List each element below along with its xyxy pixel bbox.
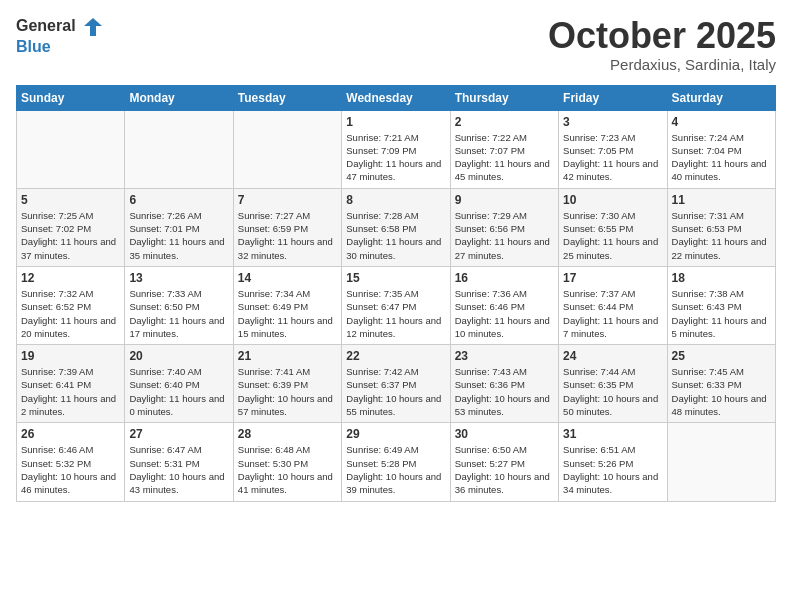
table-row: 5Sunrise: 7:25 AM Sunset: 7:02 PM Daylig… [17, 188, 125, 266]
day-info: Sunrise: 7:22 AM Sunset: 7:07 PM Dayligh… [455, 131, 554, 184]
day-info: Sunrise: 7:29 AM Sunset: 6:56 PM Dayligh… [455, 209, 554, 262]
table-row: 16Sunrise: 7:36 AM Sunset: 6:46 PM Dayli… [450, 266, 558, 344]
day-info: Sunrise: 7:32 AM Sunset: 6:52 PM Dayligh… [21, 287, 120, 340]
calendar-table: Sunday Monday Tuesday Wednesday Thursday… [16, 85, 776, 502]
calendar-week-row: 12Sunrise: 7:32 AM Sunset: 6:52 PM Dayli… [17, 266, 776, 344]
table-row: 30Sunrise: 6:50 AM Sunset: 5:27 PM Dayli… [450, 423, 558, 501]
day-number: 23 [455, 349, 554, 363]
day-number: 9 [455, 193, 554, 207]
day-info: Sunrise: 7:38 AM Sunset: 6:43 PM Dayligh… [672, 287, 771, 340]
svg-marker-0 [84, 18, 102, 36]
table-row: 12Sunrise: 7:32 AM Sunset: 6:52 PM Dayli… [17, 266, 125, 344]
table-row: 7Sunrise: 7:27 AM Sunset: 6:59 PM Daylig… [233, 188, 341, 266]
table-row: 29Sunrise: 6:49 AM Sunset: 5:28 PM Dayli… [342, 423, 450, 501]
day-number: 14 [238, 271, 337, 285]
day-number: 15 [346, 271, 445, 285]
table-row: 8Sunrise: 7:28 AM Sunset: 6:58 PM Daylig… [342, 188, 450, 266]
logo: General Blue [16, 16, 104, 56]
logo-general: General [16, 16, 104, 38]
table-row: 20Sunrise: 7:40 AM Sunset: 6:40 PM Dayli… [125, 345, 233, 423]
header-sunday: Sunday [17, 85, 125, 110]
table-row: 4Sunrise: 7:24 AM Sunset: 7:04 PM Daylig… [667, 110, 775, 188]
day-number: 16 [455, 271, 554, 285]
day-number: 28 [238, 427, 337, 441]
title-section: October 2025 Perdaxius, Sardinia, Italy [548, 16, 776, 73]
day-info: Sunrise: 7:21 AM Sunset: 7:09 PM Dayligh… [346, 131, 445, 184]
table-row: 9Sunrise: 7:29 AM Sunset: 6:56 PM Daylig… [450, 188, 558, 266]
header-thursday: Thursday [450, 85, 558, 110]
calendar-page: General Blue October 2025 Perdaxius, Sar… [0, 0, 792, 612]
day-info: Sunrise: 7:25 AM Sunset: 7:02 PM Dayligh… [21, 209, 120, 262]
day-number: 19 [21, 349, 120, 363]
day-number: 5 [21, 193, 120, 207]
table-row: 19Sunrise: 7:39 AM Sunset: 6:41 PM Dayli… [17, 345, 125, 423]
weekday-header-row: Sunday Monday Tuesday Wednesday Thursday… [17, 85, 776, 110]
table-row: 14Sunrise: 7:34 AM Sunset: 6:49 PM Dayli… [233, 266, 341, 344]
day-info: Sunrise: 7:40 AM Sunset: 6:40 PM Dayligh… [129, 365, 228, 418]
calendar-week-row: 19Sunrise: 7:39 AM Sunset: 6:41 PM Dayli… [17, 345, 776, 423]
header: General Blue October 2025 Perdaxius, Sar… [16, 16, 776, 73]
table-row: 10Sunrise: 7:30 AM Sunset: 6:55 PM Dayli… [559, 188, 667, 266]
table-row [233, 110, 341, 188]
day-number: 20 [129, 349, 228, 363]
logo-bird-icon [82, 16, 104, 38]
table-row: 15Sunrise: 7:35 AM Sunset: 6:47 PM Dayli… [342, 266, 450, 344]
day-info: Sunrise: 7:39 AM Sunset: 6:41 PM Dayligh… [21, 365, 120, 418]
day-info: Sunrise: 7:27 AM Sunset: 6:59 PM Dayligh… [238, 209, 337, 262]
calendar-week-row: 1Sunrise: 7:21 AM Sunset: 7:09 PM Daylig… [17, 110, 776, 188]
logo-blue: Blue [16, 38, 104, 56]
day-info: Sunrise: 6:51 AM Sunset: 5:26 PM Dayligh… [563, 443, 662, 496]
table-row: 1Sunrise: 7:21 AM Sunset: 7:09 PM Daylig… [342, 110, 450, 188]
day-number: 7 [238, 193, 337, 207]
table-row: 21Sunrise: 7:41 AM Sunset: 6:39 PM Dayli… [233, 345, 341, 423]
day-info: Sunrise: 7:36 AM Sunset: 6:46 PM Dayligh… [455, 287, 554, 340]
table-row: 18Sunrise: 7:38 AM Sunset: 6:43 PM Dayli… [667, 266, 775, 344]
day-info: Sunrise: 6:47 AM Sunset: 5:31 PM Dayligh… [129, 443, 228, 496]
header-monday: Monday [125, 85, 233, 110]
day-info: Sunrise: 7:26 AM Sunset: 7:01 PM Dayligh… [129, 209, 228, 262]
calendar-week-row: 26Sunrise: 6:46 AM Sunset: 5:32 PM Dayli… [17, 423, 776, 501]
day-info: Sunrise: 7:42 AM Sunset: 6:37 PM Dayligh… [346, 365, 445, 418]
table-row: 26Sunrise: 6:46 AM Sunset: 5:32 PM Dayli… [17, 423, 125, 501]
table-row [667, 423, 775, 501]
table-row: 28Sunrise: 6:48 AM Sunset: 5:30 PM Dayli… [233, 423, 341, 501]
day-info: Sunrise: 7:35 AM Sunset: 6:47 PM Dayligh… [346, 287, 445, 340]
day-info: Sunrise: 6:46 AM Sunset: 5:32 PM Dayligh… [21, 443, 120, 496]
day-info: Sunrise: 7:37 AM Sunset: 6:44 PM Dayligh… [563, 287, 662, 340]
day-number: 31 [563, 427, 662, 441]
header-tuesday: Tuesday [233, 85, 341, 110]
day-info: Sunrise: 6:48 AM Sunset: 5:30 PM Dayligh… [238, 443, 337, 496]
day-info: Sunrise: 7:24 AM Sunset: 7:04 PM Dayligh… [672, 131, 771, 184]
day-number: 26 [21, 427, 120, 441]
day-number: 27 [129, 427, 228, 441]
day-number: 30 [455, 427, 554, 441]
table-row: 2Sunrise: 7:22 AM Sunset: 7:07 PM Daylig… [450, 110, 558, 188]
day-number: 21 [238, 349, 337, 363]
table-row: 17Sunrise: 7:37 AM Sunset: 6:44 PM Dayli… [559, 266, 667, 344]
day-number: 25 [672, 349, 771, 363]
table-row: 24Sunrise: 7:44 AM Sunset: 6:35 PM Dayli… [559, 345, 667, 423]
day-info: Sunrise: 7:31 AM Sunset: 6:53 PM Dayligh… [672, 209, 771, 262]
day-number: 1 [346, 115, 445, 129]
day-number: 8 [346, 193, 445, 207]
day-number: 2 [455, 115, 554, 129]
day-info: Sunrise: 6:50 AM Sunset: 5:27 PM Dayligh… [455, 443, 554, 496]
table-row: 25Sunrise: 7:45 AM Sunset: 6:33 PM Dayli… [667, 345, 775, 423]
table-row: 3Sunrise: 7:23 AM Sunset: 7:05 PM Daylig… [559, 110, 667, 188]
day-number: 17 [563, 271, 662, 285]
table-row: 13Sunrise: 7:33 AM Sunset: 6:50 PM Dayli… [125, 266, 233, 344]
day-info: Sunrise: 7:34 AM Sunset: 6:49 PM Dayligh… [238, 287, 337, 340]
location-subtitle: Perdaxius, Sardinia, Italy [548, 56, 776, 73]
table-row [17, 110, 125, 188]
header-friday: Friday [559, 85, 667, 110]
day-number: 29 [346, 427, 445, 441]
logo-text: General Blue [16, 16, 104, 56]
table-row: 31Sunrise: 6:51 AM Sunset: 5:26 PM Dayli… [559, 423, 667, 501]
day-info: Sunrise: 7:41 AM Sunset: 6:39 PM Dayligh… [238, 365, 337, 418]
day-info: Sunrise: 7:23 AM Sunset: 7:05 PM Dayligh… [563, 131, 662, 184]
day-number: 6 [129, 193, 228, 207]
day-number: 3 [563, 115, 662, 129]
day-number: 13 [129, 271, 228, 285]
day-number: 22 [346, 349, 445, 363]
day-number: 11 [672, 193, 771, 207]
